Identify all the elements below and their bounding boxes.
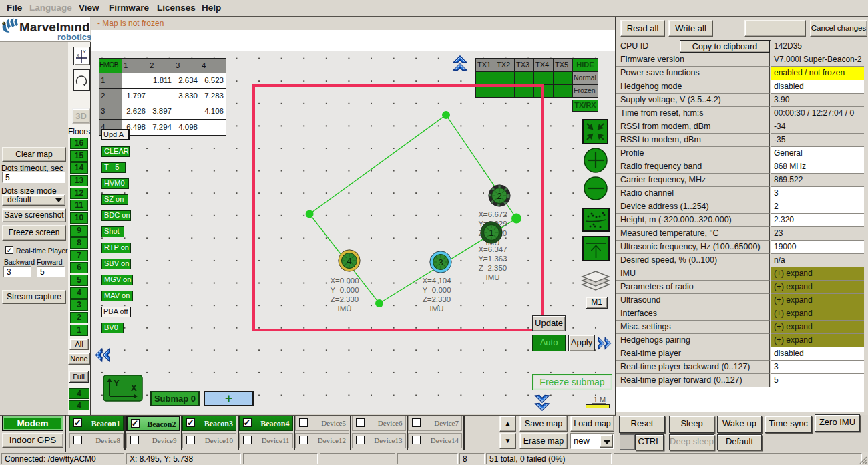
svg-text:1: 1 <box>489 228 494 238</box>
svg-text:2: 2 <box>497 190 502 200</box>
svg-text:x: x <box>77 53 79 57</box>
svg-text:4: 4 <box>347 256 352 266</box>
svg-text:Y: Y <box>114 378 120 388</box>
svg-text:X: X <box>131 383 137 393</box>
svg-text:3: 3 <box>438 257 443 267</box>
svg-text:Y: Y <box>83 49 86 54</box>
